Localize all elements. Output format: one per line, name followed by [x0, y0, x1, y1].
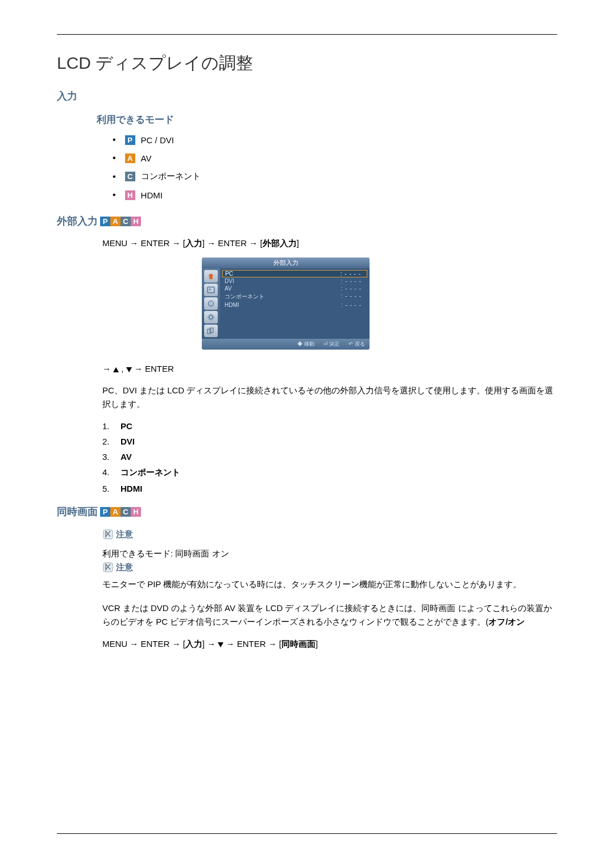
badge-group-icon: P A C H [100, 217, 141, 226]
osd-sidebar: i [202, 268, 220, 339]
svg-rect-5 [208, 329, 211, 334]
nav-arrow-line: → , → ENTER [102, 364, 557, 373]
top-rule [57, 34, 557, 35]
mode-label: コンポーネント [141, 171, 201, 182]
pip-mode-line: 利用できるモード: 同時画面 オン [102, 549, 557, 559]
note-icon [102, 529, 114, 540]
section-input-heading: 入力 [57, 89, 557, 103]
menu-path: MENU → ENTER → [入力] → ENTER → [外部入力] [102, 238, 557, 249]
modes-heading: 利用できるモード [97, 113, 557, 126]
page-title: LCD ディスプレイの調整 [57, 52, 557, 75]
badge-group-icon: P A C H [100, 507, 141, 517]
osd-row: コンポーネント: - - - - [220, 292, 370, 301]
external-description: PC、DVI または LCD ディスプレイに接続されているその他の外部入力信号を… [102, 384, 557, 411]
note-label: 注意 [116, 562, 133, 573]
mode-label: PC / DVI [141, 135, 174, 145]
osd-main: PC: - - - - DVI: - - - - AV: - - - - コンポ… [220, 268, 370, 339]
list-item: 2.DVI [102, 437, 557, 446]
badge-a-icon: A [110, 507, 121, 517]
osd-setup-icon [204, 311, 218, 323]
svg-rect-0 [208, 287, 214, 293]
list-item: 5.HDMI [102, 484, 557, 493]
osd-footer-return: ↶ 戻る [349, 340, 365, 348]
badge-p-icon: P [100, 507, 110, 517]
svg-point-1 [209, 289, 211, 290]
bottom-rule [57, 833, 557, 834]
mode-item-component: C コンポーネント [113, 171, 557, 182]
badge-h-icon: H [131, 217, 141, 226]
osd-multi-icon [204, 325, 218, 337]
down-arrow-icon [218, 642, 223, 647]
note-label: 注意 [116, 529, 133, 540]
up-arrow-icon [113, 367, 119, 372]
badge-c-icon: C [121, 217, 131, 226]
mode-label: HDMI [141, 190, 163, 200]
osd-preview: 外部入力 i [202, 258, 370, 350]
mode-item-hdmi: H HDMI [113, 190, 557, 200]
osd-input-icon [204, 270, 218, 283]
svg-text:i: i [210, 302, 211, 306]
section-external-heading: 外部入力 P A C H [57, 214, 557, 228]
osd-title: 外部入力 [202, 258, 370, 268]
osd-footer: ◆ 移動 ⏎ 決定 ↶ 戻る [202, 339, 370, 350]
badge-p-icon: P [100, 217, 110, 226]
down-arrow-icon [126, 367, 132, 372]
osd-footer-move: ◆ 移動 [297, 340, 314, 348]
note-icon [102, 562, 114, 573]
list-item: 4.コンポーネント [102, 467, 557, 478]
badge-c-icon: C [121, 507, 131, 517]
list-item: 3.AV [102, 452, 557, 462]
badge-h-icon: H [131, 507, 141, 517]
svg-point-4 [209, 315, 213, 319]
osd-row: HDMI: - - - - [220, 301, 370, 309]
note-row: 注意 [102, 529, 557, 540]
external-input-list: 1.PC 2.DVI 3.AV 4.コンポーネント 5.HDMI [102, 421, 557, 493]
mode-label: AV [141, 153, 152, 163]
svg-rect-6 [210, 328, 213, 333]
note-row: 注意 [102, 562, 557, 573]
pip-menu-path: MENU → ENTER → [入力] → → ENTER → [同時画面] [102, 639, 557, 650]
osd-row: DVI: - - - - [220, 277, 370, 285]
osd-body: i PC: - - - - DVI: - - - - AV: - - - - コ… [202, 268, 370, 339]
badge-a-icon: A [125, 153, 135, 163]
osd-sound-icon: i [204, 297, 218, 310]
osd-row: PC: - - - - [222, 270, 367, 277]
pip-para2: VCR または DVD のような外部 AV 装置を LCD ディスプレイに接続す… [102, 601, 557, 629]
list-item: 1.PC [102, 421, 557, 431]
badge-p-icon: P [125, 135, 135, 145]
mode-item-av: A AV [113, 153, 557, 163]
osd-footer-enter: ⏎ 決定 [323, 340, 340, 348]
badge-a-icon: A [110, 217, 121, 226]
modes-list: P PC / DVI A AV C コンポーネント H HDMI [113, 135, 557, 200]
osd-row: AV: - - - - [220, 285, 370, 292]
pip-para1: モニターで PIP 機能が有効になっている時には、タッチスクリーン機能が正常に動… [102, 578, 557, 591]
badge-h-icon: H [125, 190, 135, 200]
mode-item-pc: P PC / DVI [113, 135, 557, 145]
osd-picture-icon [204, 284, 218, 296]
badge-c-icon: C [125, 172, 135, 181]
section-pip-heading: 同時画面 P A C H [57, 505, 557, 518]
